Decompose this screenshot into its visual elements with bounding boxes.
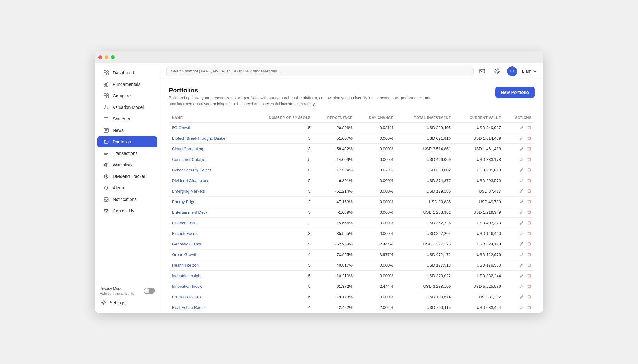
edit-portfolio-icon[interactable]	[520, 147, 524, 151]
user-menu[interactable]: Liam	[522, 69, 537, 74]
delete-portfolio-icon[interactable]	[527, 252, 531, 257]
delete-portfolio-icon[interactable]	[527, 221, 531, 225]
svg-rect-11	[104, 128, 108, 132]
portfolio-symbols: 5	[250, 260, 314, 270]
bell-icon	[103, 185, 109, 191]
page-description: Build and optimize your personalized sto…	[169, 95, 437, 107]
portfolio-name[interactable]: Industrial Insight	[169, 270, 250, 281]
portfolio-actions	[504, 217, 535, 228]
edit-portfolio-icon[interactable]	[520, 242, 524, 246]
minimize-btn[interactable]	[105, 55, 108, 59]
svg-rect-4	[104, 84, 105, 86]
portfolio-name[interactable]: Fintech Focus	[169, 228, 250, 239]
portfolio-day-change: -3.977%	[356, 249, 397, 260]
delete-portfolio-icon[interactable]	[527, 242, 531, 246]
chevron-down-icon	[533, 69, 537, 73]
portfolio-name[interactable]: Cloud Computing	[169, 143, 250, 154]
delete-portfolio-icon[interactable]	[527, 284, 531, 288]
edit-portfolio-icon[interactable]	[520, 273, 524, 278]
sidebar-item-alerts[interactable]: Alerts	[97, 182, 157, 194]
portfolio-name[interactable]: Green Growth	[169, 249, 250, 260]
table-row: Dividend Champions 5 6.801% 0.000% USD 2…	[169, 175, 535, 186]
edit-portfolio-icon[interactable]	[520, 168, 524, 172]
maximize-btn[interactable]	[111, 55, 115, 59]
edit-portfolio-icon[interactable]	[520, 295, 524, 299]
edit-portfolio-icon[interactable]	[520, 125, 524, 130]
delete-portfolio-icon[interactable]	[527, 157, 531, 161]
table-row: Genomic Giants 5 -52.968% -2.444% USD 1,…	[169, 239, 535, 249]
sidebar-item-fundamentals[interactable]: Fundamentals	[97, 79, 157, 90]
edit-portfolio-icon[interactable]	[520, 284, 524, 288]
portfolio-percentage: 40.817%	[314, 260, 356, 270]
search-input[interactable]	[166, 66, 474, 76]
portfolio-name[interactable]: Energy Edge	[169, 196, 250, 207]
delete-portfolio-icon[interactable]	[527, 125, 531, 130]
portfolio-current-value: USD 81,292	[454, 292, 504, 302]
delete-portfolio-icon[interactable]	[527, 199, 531, 204]
portfolio-percentage: 15.656%	[314, 217, 356, 228]
portfolio-symbols: 5	[250, 281, 314, 292]
sidebar-item-watchlists[interactable]: Watchlists	[97, 159, 157, 170]
sidebar-item-dashboard[interactable]: Dashboard	[97, 67, 157, 78]
sidebar-item-contact[interactable]: Contact Us	[97, 205, 157, 217]
delete-portfolio-icon[interactable]	[527, 210, 531, 214]
sidebar-item-portfolios[interactable]: Portfolios	[97, 136, 157, 147]
edit-portfolio-icon[interactable]	[520, 199, 524, 204]
delete-portfolio-icon[interactable]	[527, 273, 531, 278]
edit-portfolio-icon[interactable]	[520, 221, 524, 225]
edit-portfolio-icon[interactable]	[520, 178, 524, 183]
portfolio-name[interactable]: Real Estate Radar	[169, 302, 250, 313]
new-portfolio-button[interactable]: New Portfolio	[495, 87, 535, 98]
portfolio-name[interactable]: Innovation Index	[169, 281, 250, 292]
sidebar-item-transactions[interactable]: Transactions	[97, 148, 157, 159]
portfolio-name[interactable]: 5G Growth	[169, 122, 250, 133]
sidebar-item-valuation[interactable]: Valuation Model	[97, 102, 157, 113]
portfolio-symbols: 2	[250, 217, 314, 228]
privacy-toggle[interactable]	[144, 288, 155, 294]
portfolio-name[interactable]: Biotech Breakthroughs Basket	[169, 133, 250, 143]
delete-portfolio-icon[interactable]	[527, 168, 531, 172]
portfolio-name[interactable]: Health Horizon	[169, 260, 250, 270]
sidebar-item-compare[interactable]: Compare	[97, 90, 157, 101]
edit-portfolio-icon[interactable]	[520, 263, 524, 267]
portfolio-total-investment: USD 358,002	[397, 165, 454, 175]
theme-icon-btn[interactable]	[492, 66, 502, 76]
delete-portfolio-icon[interactable]	[527, 178, 531, 183]
sidebar-item-dividend[interactable]: Dividend Tracker	[97, 171, 157, 182]
sidebar-item-settings[interactable]: Settings	[100, 298, 155, 308]
portfolio-name[interactable]: Finance Focus	[169, 217, 250, 228]
delete-portfolio-icon[interactable]	[527, 136, 531, 140]
delete-portfolio-icon[interactable]	[527, 295, 531, 299]
compare-icon	[103, 93, 109, 99]
edit-portfolio-icon[interactable]	[520, 305, 524, 310]
delete-portfolio-icon[interactable]	[527, 263, 531, 267]
edit-portfolio-icon[interactable]	[520, 136, 524, 140]
sidebar-label-transactions: Transactions	[113, 151, 138, 156]
sidebar-item-news[interactable]: News	[97, 125, 157, 136]
edit-portfolio-icon[interactable]	[520, 252, 524, 257]
portfolio-name[interactable]: Dividend Champions	[169, 175, 250, 186]
portfolio-current-value: USD 683,454	[454, 302, 504, 313]
portfolio-name[interactable]: Genomic Giants	[169, 239, 250, 249]
portfolio-name[interactable]: Consumer Catalyst	[169, 154, 250, 165]
edit-portfolio-icon[interactable]	[520, 157, 524, 161]
portfolio-name[interactable]: Entertainment Deck	[169, 207, 250, 217]
col-day-change: DAY CHANGE	[356, 113, 397, 122]
edit-portfolio-icon[interactable]	[520, 210, 524, 214]
portfolio-name[interactable]: Emerging Markets	[169, 186, 250, 196]
portfolio-name[interactable]: Precious Metals	[169, 292, 250, 302]
portfolio-day-change: 0.000%	[356, 143, 397, 154]
edit-portfolio-icon[interactable]	[520, 189, 524, 193]
delete-portfolio-icon[interactable]	[527, 231, 531, 236]
mail-icon-btn[interactable]	[477, 66, 487, 76]
portfolio-name[interactable]: Cyber Security Select	[169, 165, 250, 175]
delete-portfolio-icon[interactable]	[527, 147, 531, 151]
delete-portfolio-icon[interactable]	[527, 189, 531, 193]
sidebar-item-screener[interactable]: Screener	[97, 113, 157, 124]
edit-portfolio-icon[interactable]	[520, 231, 524, 236]
delete-portfolio-icon[interactable]	[527, 305, 531, 310]
close-btn[interactable]	[98, 55, 102, 59]
sidebar-item-notifications[interactable]: Notifications	[97, 194, 157, 205]
portfolio-actions	[504, 292, 535, 302]
portfolio-day-change: -0.931%	[356, 122, 397, 133]
